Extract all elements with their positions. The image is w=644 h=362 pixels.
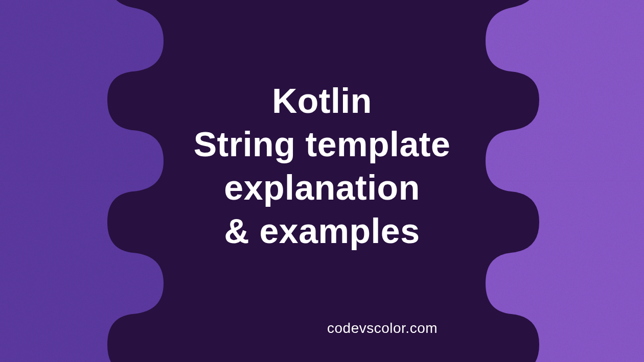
- watermark-text: codevscolor.com: [327, 320, 438, 336]
- title-line-1: Kotlin: [194, 79, 450, 123]
- title-container: Kotlin String template explanation & exa…: [194, 79, 450, 283]
- banner-container: Kotlin String template explanation & exa…: [0, 0, 644, 362]
- title-line-2: String template: [194, 123, 450, 166]
- title-line-4: & examples: [194, 209, 450, 253]
- title-line-3: explanation: [194, 166, 450, 209]
